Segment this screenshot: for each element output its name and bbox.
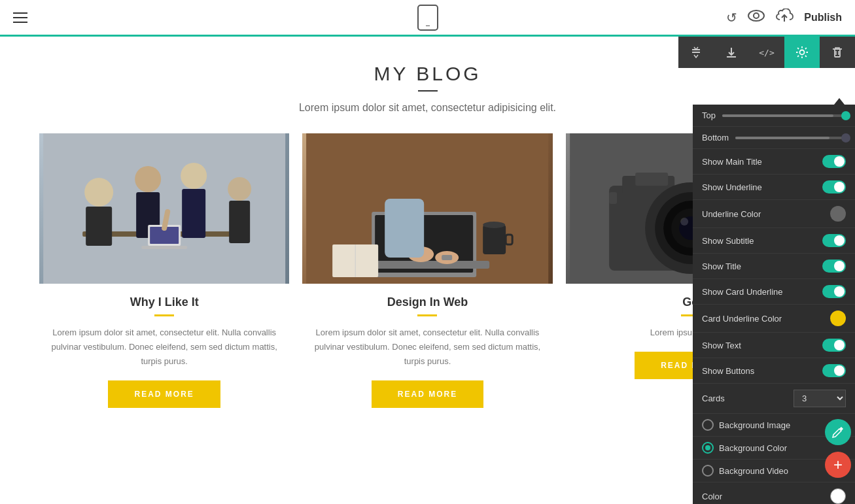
card-title-2: Design In Web — [302, 295, 552, 309]
card-text-1: Lorem ipsum dolor sit amet, consectetur … — [39, 326, 289, 369]
card-underline-1 — [154, 314, 174, 316]
card-text-2: Lorem ipsum dolor sit amet, consectetur … — [302, 326, 552, 369]
code-button[interactable]: </> — [749, 37, 784, 68]
background-image-label: Background Image — [719, 420, 790, 430]
svg-line-25 — [164, 212, 167, 228]
svg-point-20 — [228, 177, 251, 201]
preview-icon[interactable] — [748, 10, 765, 25]
show-underline-row: Show Underline — [693, 175, 855, 200]
cloud-upload-icon[interactable] — [775, 8, 794, 26]
card-1: Why I Like It Lorem ipsum dolor sit amet… — [39, 133, 289, 414]
color-row: Color — [693, 482, 855, 504]
card-image-2 — [302, 133, 552, 284]
show-buttons-label: Show Buttons — [702, 366, 754, 376]
show-title-label: Show Title — [702, 261, 741, 271]
show-subtitle-row: Show Subtitle — [693, 228, 855, 254]
svg-point-7 — [800, 50, 805, 55]
show-text-label: Show Text — [702, 341, 741, 350]
color-swatch[interactable] — [830, 488, 846, 504]
svg-point-0 — [748, 10, 764, 21]
svg-rect-15 — [86, 207, 112, 246]
bottom-slider[interactable] — [735, 137, 846, 139]
edit-float-button[interactable] — [825, 419, 851, 445]
background-color-label: Background Color — [719, 443, 787, 453]
undo-icon[interactable]: ↺ — [726, 10, 737, 25]
download-button[interactable] — [714, 37, 749, 68]
show-card-underline-label: Show Card Underline — [702, 287, 783, 297]
settings-panel: Top Bottom Show Main Title — [693, 105, 855, 504]
show-text-row: Show Text — [693, 333, 855, 358]
cards-count-label: Cards — [702, 394, 725, 403]
sort-button[interactable] — [678, 37, 714, 68]
toolbar-strip: </> — [678, 37, 855, 68]
svg-point-35 — [483, 222, 505, 228]
header-right: ↺ Publish — [726, 8, 842, 26]
show-subtitle-toggle[interactable] — [822, 234, 846, 247]
svg-rect-21 — [229, 201, 250, 243]
read-more-button-1[interactable]: READ MORE — [108, 380, 220, 408]
svg-rect-30 — [365, 261, 489, 269]
main-content: MY BLOG Lorem ipsum dolor sit amet, cons… — [0, 37, 855, 504]
card-underline-2 — [417, 314, 437, 316]
show-text-toggle[interactable] — [822, 339, 846, 352]
add-float-button[interactable]: + — [825, 452, 851, 478]
card-title-1: Why I Like It — [39, 295, 289, 309]
background-video-radio[interactable] — [702, 465, 714, 477]
svg-rect-24 — [141, 246, 187, 249]
delete-button[interactable] — [820, 37, 855, 68]
show-subtitle-label: Show Subtitle — [702, 236, 754, 246]
svg-point-18 — [181, 163, 207, 189]
mobile-preview-icon[interactable] — [417, 5, 438, 31]
color-label: Color — [702, 492, 722, 501]
underline-color-swatch[interactable] — [830, 206, 846, 222]
header-center — [417, 5, 438, 31]
show-main-title-label: Show Main Title — [702, 157, 762, 167]
svg-rect-34 — [483, 225, 506, 254]
top-label: Top — [702, 110, 716, 120]
svg-rect-53 — [609, 192, 617, 204]
background-color-radio[interactable] — [702, 442, 714, 454]
card-underline-color-swatch[interactable] — [830, 311, 846, 326]
card-image-1 — [39, 133, 289, 284]
cards-count-row: Cards 3 2 4 — [693, 384, 855, 414]
svg-rect-39 — [385, 199, 424, 258]
bottom-slider-row: Bottom — [693, 127, 855, 149]
top-slider-row: Top — [693, 105, 855, 127]
svg-point-48 — [680, 218, 688, 226]
show-card-underline-row: Show Card Underline — [693, 279, 855, 305]
menu-icon[interactable] — [13, 12, 27, 23]
background-image-radio[interactable] — [702, 419, 714, 431]
background-video-label: Background Video — [719, 466, 788, 476]
show-main-title-toggle[interactable] — [822, 155, 846, 168]
svg-point-14 — [84, 178, 113, 207]
publish-button[interactable]: Publish — [804, 12, 842, 24]
show-title-toggle[interactable] — [822, 260, 846, 273]
cards-count-select[interactable]: 3 2 4 — [794, 390, 846, 407]
underline-color-label: Underline Color — [702, 209, 761, 219]
card-underline-color-row: Card Underline Color — [693, 305, 855, 333]
header-left — [13, 12, 27, 23]
show-main-title-row: Show Main Title — [693, 149, 855, 175]
svg-rect-9 — [835, 49, 840, 57]
svg-point-16 — [135, 166, 161, 192]
svg-point-1 — [754, 13, 759, 18]
show-buttons-toggle[interactable] — [822, 364, 846, 377]
show-card-underline-toggle[interactable] — [822, 285, 846, 298]
show-title-row: Show Title — [693, 254, 855, 279]
svg-rect-56 — [635, 173, 668, 186]
blog-underline — [418, 90, 438, 92]
bottom-label: Bottom — [702, 133, 729, 143]
svg-rect-19 — [182, 189, 205, 238]
show-underline-toggle[interactable] — [822, 180, 846, 193]
card-2: Design In Web Lorem ipsum dolor sit amet… — [302, 133, 552, 414]
header: ↺ Publish — [0, 0, 855, 37]
underline-color-row: Underline Color — [693, 200, 855, 228]
show-underline-label: Show Underline — [702, 182, 762, 192]
top-slider[interactable] — [722, 114, 846, 117]
show-buttons-row: Show Buttons — [693, 358, 855, 384]
read-more-button-2[interactable]: READ MORE — [372, 380, 483, 408]
card-underline-color-label: Card Underline Color — [702, 314, 782, 324]
settings-button[interactable] — [784, 37, 820, 68]
svg-rect-33 — [442, 255, 452, 260]
